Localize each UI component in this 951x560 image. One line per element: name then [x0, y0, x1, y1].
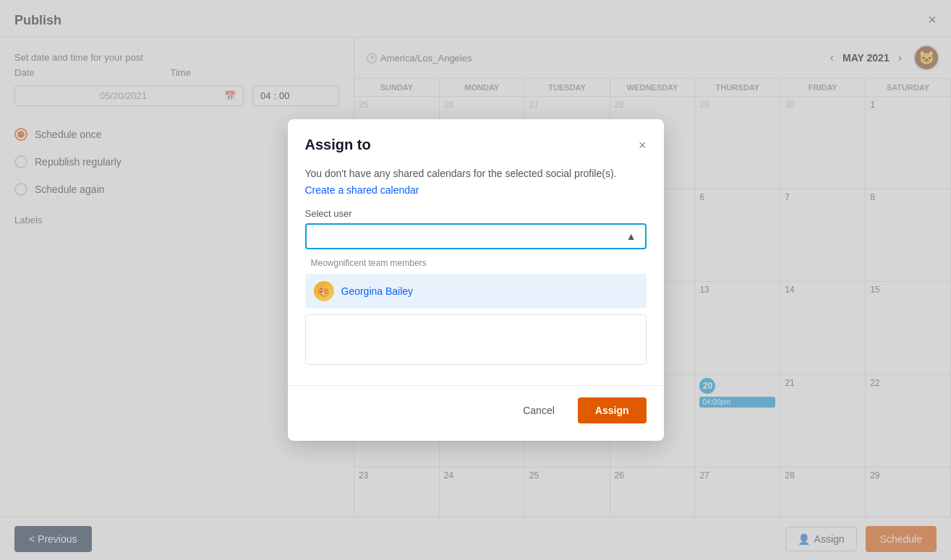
select-user-input[interactable]: ▲ — [305, 223, 647, 249]
select-user-container: ▲ Meowgnificent team members 🎨 Georgina … — [305, 223, 647, 365]
assign-modal-button[interactable]: Assign — [578, 397, 647, 423]
dropdown-empty-area — [305, 314, 647, 365]
dropdown-section: Meowgnificent team members 🎨 Georgina Ba… — [305, 255, 647, 365]
modal-header: Assign to × — [288, 119, 664, 153]
create-calendar-link[interactable]: Create a shared calendar — [305, 184, 419, 196]
dropdown-group-label: Meowgnificent team members — [305, 255, 647, 271]
cancel-button[interactable]: Cancel — [508, 397, 569, 423]
modal-close-button[interactable]: × — [639, 139, 647, 152]
modal-info-text: You don't have any shared calendars for … — [305, 168, 647, 179]
select-user-label: Select user — [305, 208, 647, 219]
modal-title: Assign to — [305, 137, 371, 153]
chevron-down-icon: ▲ — [626, 231, 636, 242]
user-avatar: 🎨 — [314, 281, 334, 301]
user-georgina-bailey[interactable]: 🎨 Georgina Bailey — [305, 274, 647, 309]
assign-to-modal: Assign to × You don't have any shared ca… — [288, 119, 664, 441]
user-name: Georgina Bailey — [341, 285, 414, 297]
modal-footer: Cancel Assign — [288, 385, 664, 441]
modal-overlay: Assign to × You don't have any shared ca… — [0, 0, 951, 560]
modal-body: You don't have any shared calendars for … — [288, 153, 664, 379]
